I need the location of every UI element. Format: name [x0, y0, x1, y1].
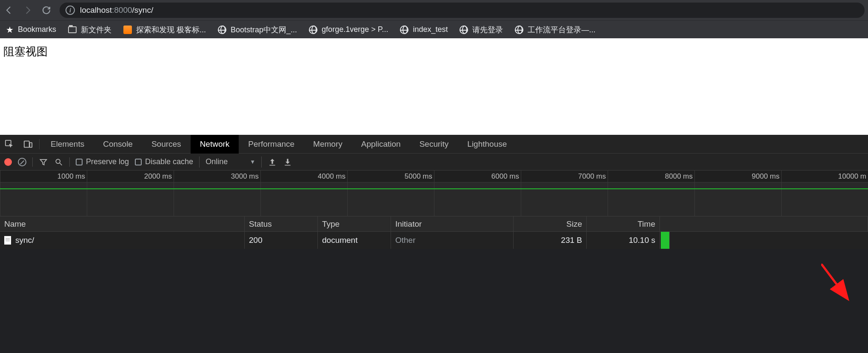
record-button[interactable] — [4, 158, 12, 166]
request-initiator: Other — [391, 232, 514, 249]
page-heading: 阻塞视图 — [3, 44, 865, 59]
tab-security[interactable]: Security — [410, 135, 458, 154]
bookmarks-menu[interactable]: ★ Bookmarks — [6, 25, 56, 35]
disable-cache-label: Disable cache — [145, 157, 193, 166]
tab-lighthouse[interactable]: Lighthouse — [458, 135, 516, 154]
col-time[interactable]: Time — [587, 216, 660, 231]
tab-application[interactable]: Application — [352, 135, 410, 154]
timeline-tick: 9000 ms — [752, 172, 779, 181]
bookmark-label: gforge.1verge > P... — [322, 25, 388, 34]
annotation-arrow — [821, 264, 868, 315]
tab-console[interactable]: Console — [94, 135, 142, 154]
bookmark-item[interactable]: 探索和发现 极客标... — [123, 25, 206, 35]
request-type: document — [318, 232, 391, 249]
globe-icon — [218, 26, 226, 34]
page-content: 阻塞视图 — [0, 38, 868, 135]
col-size[interactable]: Size — [514, 216, 587, 231]
globe-icon — [515, 26, 523, 34]
col-name[interactable]: Name — [0, 216, 245, 231]
bookmark-label: 工作流平台登录—... — [528, 25, 595, 35]
svg-point-3 — [56, 159, 60, 163]
address-bar[interactable]: i localhost:8000/sync/ — [60, 3, 865, 18]
device-toolbar-button[interactable] — [19, 135, 37, 154]
bookmark-label: 探索和发现 极客标... — [136, 25, 206, 35]
timeline-tick: 7000 ms — [578, 172, 606, 181]
globe-icon — [460, 26, 468, 34]
bookmark-item[interactable]: index_test — [400, 25, 448, 34]
preserve-log-checkbox[interactable]: Preserve log — [76, 157, 129, 166]
network-request-row[interactable]: sync/ 200 document Other 231 B 10.10 s — [0, 232, 868, 249]
forward-button[interactable] — [22, 5, 33, 16]
inspect-element-button[interactable] — [0, 135, 19, 154]
devtools-panel: Elements Console Sources Network Perform… — [0, 135, 868, 249]
col-status[interactable]: Status — [245, 216, 318, 231]
checkbox-icon — [76, 159, 83, 165]
url-text: localhost:8000/sync/ — [80, 6, 153, 15]
timeline-tick: 8000 ms — [665, 172, 693, 181]
site-info-icon[interactable]: i — [66, 6, 75, 15]
tab-elements[interactable]: Elements — [41, 135, 94, 154]
request-waterfall-cell — [661, 232, 670, 249]
bookmark-label: 请先登录 — [472, 25, 503, 35]
timeline-tick: 3000 ms — [231, 172, 259, 181]
timeline-tick: 2000 ms — [144, 172, 172, 181]
svg-line-4 — [821, 264, 847, 298]
network-timeline-overview[interactable]: 1000 ms 2000 ms 3000 ms 4000 ms 5000 ms … — [0, 171, 868, 216]
col-initiator[interactable]: Initiator — [391, 216, 514, 231]
col-type[interactable]: Type — [318, 216, 391, 231]
svg-rect-1 — [24, 141, 29, 147]
clear-button[interactable] — [18, 158, 26, 166]
bookmarks-bar: ★ Bookmarks 新文件夹 探索和发现 极客标... Bootstrap中… — [0, 20, 868, 38]
timeline-tick: 4000 ms — [318, 172, 345, 181]
bookmark-item[interactable]: gforge.1verge > P... — [309, 25, 388, 34]
download-har-button[interactable] — [283, 157, 292, 167]
bookmark-item[interactable]: 请先登录 — [460, 25, 503, 35]
checkbox-icon — [135, 159, 142, 165]
upload-har-button[interactable] — [268, 157, 277, 167]
disable-cache-checkbox[interactable]: Disable cache — [135, 157, 193, 166]
bookmark-label: 新文件夹 — [81, 25, 111, 35]
tab-memory[interactable]: Memory — [304, 135, 352, 154]
timeline-tick: 6000 ms — [491, 172, 519, 181]
globe-icon — [400, 26, 408, 34]
filter-icon[interactable] — [39, 157, 48, 167]
timeline-request-bar — [0, 188, 868, 189]
tab-network[interactable]: Network — [191, 135, 239, 154]
search-icon[interactable] — [54, 157, 63, 167]
col-waterfall[interactable] — [660, 216, 868, 231]
chevron-down-icon: ▼ — [250, 159, 255, 165]
svg-rect-2 — [30, 142, 32, 147]
request-status: 200 — [245, 232, 318, 249]
bookmark-label: Bootstrap中文网_... — [231, 25, 297, 35]
bookmark-item[interactable]: Bootstrap中文网_... — [218, 25, 297, 35]
throttling-value: Online — [206, 157, 228, 166]
request-time: 10.10 s — [587, 232, 660, 249]
bookmark-item[interactable]: 新文件夹 — [68, 25, 111, 35]
network-table-header: Name Status Type Initiator Size Time — [0, 216, 868, 232]
document-icon — [4, 236, 11, 245]
star-icon: ★ — [6, 25, 14, 35]
preserve-log-label: Preserve log — [86, 157, 129, 166]
tab-sources[interactable]: Sources — [142, 135, 191, 154]
bookmark-label: index_test — [413, 25, 448, 34]
network-toolbar: Preserve log Disable cache Online ▼ — [0, 154, 868, 171]
back-button[interactable] — [3, 5, 14, 16]
timeline-tick: 10000 m — [838, 172, 866, 181]
bookmark-item[interactable]: 工作流平台登录—... — [515, 25, 595, 35]
folder-icon — [68, 26, 77, 34]
globe-icon — [309, 26, 317, 34]
timeline-tick: 5000 ms — [405, 172, 432, 181]
request-size: 231 B — [514, 232, 587, 249]
bookmarks-label: Bookmarks — [18, 25, 56, 34]
request-name: sync/ — [15, 236, 34, 245]
tab-performance[interactable]: Performance — [239, 135, 304, 154]
devtools-tabs: Elements Console Sources Network Perform… — [0, 135, 868, 154]
throttling-dropdown[interactable]: Online ▼ — [199, 157, 262, 168]
timeline-ruler: 1000 ms 2000 ms 3000 ms 4000 ms 5000 ms … — [0, 171, 868, 182]
browser-nav-toolbar: i localhost:8000/sync/ — [0, 0, 868, 20]
favicon-icon — [123, 26, 132, 34]
reload-button[interactable] — [41, 5, 52, 16]
timeline-tick: 1000 ms — [57, 172, 85, 181]
